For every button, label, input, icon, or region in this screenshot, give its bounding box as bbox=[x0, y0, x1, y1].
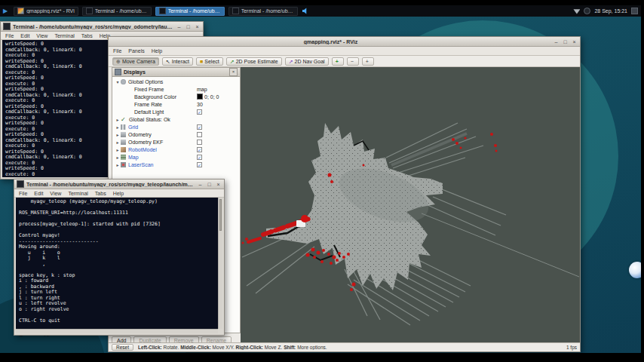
taskbar-item-rviz[interactable]: gmapping.rviz* - RVi bbox=[14, 7, 78, 16]
display-checkbox[interactable]: ✓ bbox=[197, 109, 202, 115]
minimize-icon[interactable]: – bbox=[197, 181, 204, 188]
interact-tool[interactable]: ↖ Interact bbox=[162, 57, 193, 66]
taskbar-item-terminal-3[interactable]: Terminal - /home/ubuntu/m... bbox=[228, 7, 298, 16]
terminal-line: process[myagv_teleop-1]: started with pi… bbox=[19, 222, 218, 228]
globe-launcher-icon[interactable] bbox=[629, 262, 641, 278]
wifi-icon[interactable] bbox=[573, 8, 580, 14]
expander-icon[interactable]: ▸ bbox=[115, 132, 121, 137]
map-icon bbox=[121, 155, 126, 160]
screen: a_windows.py ▶ gmapping.rviz* - RVi Term… bbox=[0, 0, 644, 362]
close-icon[interactable]: × bbox=[215, 181, 222, 188]
display-row[interactable]: Default Light ✓ bbox=[112, 108, 240, 115]
menu-item[interactable]: Edit bbox=[20, 33, 29, 38]
display-checkbox[interactable] bbox=[197, 140, 202, 145]
display-row[interactable]: ▸ Odometry bbox=[112, 130, 240, 138]
terminal-line: space key, k : stop bbox=[19, 273, 218, 279]
teleop-terminal-menubar: FileEditViewTerminalTabsHelp bbox=[14, 189, 224, 198]
volume-icon[interactable] bbox=[584, 8, 590, 14]
menu-item[interactable]: Edit bbox=[34, 191, 43, 196]
expander-icon[interactable]: ▸ bbox=[115, 140, 121, 145]
add-tool-button[interactable]: + bbox=[332, 57, 344, 66]
menu-item[interactable]: File bbox=[19, 191, 27, 196]
minimize-icon[interactable]: – bbox=[176, 23, 182, 30]
display-row-label: Odometry bbox=[128, 132, 152, 137]
tool-properties-button[interactable]: + bbox=[362, 57, 374, 66]
display-row[interactable]: Background Color 0; 0; 0 bbox=[112, 93, 240, 100]
rviz-3d-viewport[interactable] bbox=[241, 67, 580, 344]
display-checkbox[interactable]: ✓ bbox=[197, 147, 202, 152]
menu-item[interactable]: Terminal bbox=[54, 33, 74, 38]
teleop-terminal-titlebar[interactable]: Terminal - /home/ubuntu/myagv_ros/src/my… bbox=[14, 179, 224, 189]
displays-panel-header[interactable]: Displays × bbox=[112, 68, 240, 77]
expander-icon[interactable]: ▸ bbox=[115, 147, 121, 152]
pose-estimate-tool[interactable]: ↗ 2D Pose Estimate bbox=[226, 57, 282, 66]
display-checkbox[interactable] bbox=[197, 132, 202, 137]
menu-item[interactable]: Help bbox=[113, 191, 124, 196]
terminal-icon bbox=[3, 23, 11, 30]
rviz-titlebar[interactable]: gmapping.rviz* - RViz – □ × bbox=[109, 37, 580, 47]
window-icon bbox=[17, 8, 24, 14]
display-row-value[interactable]: 30 bbox=[197, 102, 203, 107]
display-row[interactable]: ▸ Grid ✓ bbox=[112, 123, 240, 130]
horizontal-scrollbar[interactable] bbox=[16, 329, 218, 333]
display-row-value[interactable]: 0; 0; 0 bbox=[197, 94, 219, 100]
menu-item[interactable]: File bbox=[5, 33, 14, 38]
nav-goal-tool[interactable]: ↗ 2D Nav Goal bbox=[285, 57, 329, 66]
close-icon[interactable]: × bbox=[229, 68, 238, 76]
display-row[interactable]: Frame Rate 30 bbox=[112, 100, 240, 108]
display-row[interactable]: ▸ LaserScan ✓ bbox=[112, 161, 240, 168]
reset-button[interactable]: Reset bbox=[112, 344, 133, 351]
menu-item[interactable]: File bbox=[113, 48, 121, 54]
menu-item[interactable]: Terminal bbox=[68, 191, 87, 196]
terminal-line: CTRL-C to quit bbox=[19, 318, 218, 324]
rviz-menubar: FilePanelsHelp bbox=[109, 47, 580, 56]
display-row[interactable]: ▸ Odometry EKF bbox=[112, 138, 240, 146]
odometry-terminal-titlebar[interactable]: Terminal - /home/ubuntu/myagv_ros/src/my… bbox=[1, 22, 203, 32]
window-icon bbox=[86, 8, 93, 14]
minimize-icon[interactable]: – bbox=[553, 38, 560, 45]
menu-item[interactable]: Tabs bbox=[95, 191, 106, 196]
vertical-scrollbar[interactable] bbox=[218, 198, 222, 329]
menu-item[interactable]: View bbox=[50, 191, 61, 196]
tray-box-icon[interactable] bbox=[631, 8, 638, 14]
clock[interactable]: 28 Sep, 15:21 bbox=[594, 8, 627, 14]
move-camera-tool[interactable]: ⊕ Move Camera bbox=[112, 57, 159, 66]
display-row[interactable]: ▾ Global Options bbox=[112, 78, 240, 85]
close-icon[interactable]: × bbox=[194, 23, 201, 30]
tool-icon: + bbox=[366, 59, 369, 64]
display-checkbox[interactable]: ✓ bbox=[197, 124, 202, 130]
display-checkbox[interactable]: ✓ bbox=[197, 155, 202, 160]
scrollbar-handle[interactable] bbox=[219, 199, 222, 231]
display-row[interactable]: ▸ RobotModel ✓ bbox=[112, 146, 240, 153]
menu-item[interactable]: View bbox=[36, 33, 48, 38]
display-row[interactable]: ▸ ✓ Global Status: Ok bbox=[112, 115, 240, 123]
display-checkbox[interactable]: ✓ bbox=[197, 162, 202, 167]
maximize-icon[interactable]: □ bbox=[185, 23, 192, 30]
menu-item[interactable]: Panels bbox=[128, 48, 144, 54]
maximize-icon[interactable]: □ bbox=[562, 38, 569, 45]
display-row-value[interactable]: map bbox=[197, 87, 207, 92]
menu-item[interactable]: Tabs bbox=[81, 33, 93, 38]
taskbar: gmapping.rviz* - RVi Terminal - /home/ub… bbox=[14, 7, 298, 16]
remove-tool-button[interactable]: − bbox=[347, 57, 359, 66]
display-row[interactable]: Fixed Frame map bbox=[112, 85, 240, 93]
maximize-icon[interactable]: □ bbox=[206, 181, 213, 188]
screen-letterbox-bottom bbox=[0, 353, 644, 362]
menu-item[interactable]: Help bbox=[152, 48, 162, 54]
taskbar-item-terminal-1[interactable]: Terminal - /home/ubuntu/m... bbox=[82, 7, 152, 16]
expander-icon[interactable]: ▸ bbox=[115, 124, 121, 130]
tool-label: Interact bbox=[172, 59, 189, 64]
select-tool[interactable]: ■ Select bbox=[196, 57, 223, 66]
display-row-label: Map bbox=[128, 155, 139, 160]
display-row[interactable]: ▸ Map ✓ bbox=[112, 153, 240, 161]
expander-icon[interactable]: ▸ bbox=[115, 162, 121, 167]
terminal-line: ROS_MASTER_URI=http://localhost:11311 bbox=[19, 210, 218, 216]
speaker-icon[interactable] bbox=[302, 8, 309, 14]
panel-menu-icon[interactable]: ▶ bbox=[3, 5, 8, 17]
expander-icon[interactable]: ▸ bbox=[115, 155, 121, 160]
taskbar-item-terminal-2[interactable]: Terminal - /home/ubuntu/m... bbox=[155, 7, 225, 16]
expander-icon[interactable]: ▾ bbox=[115, 79, 121, 84]
close-icon[interactable]: × bbox=[571, 38, 578, 45]
expander-icon[interactable]: ▸ bbox=[115, 117, 121, 122]
teleop-terminal-output[interactable]: myagv_teleop (myagv_teleop/myagv_teleop.… bbox=[16, 198, 218, 329]
